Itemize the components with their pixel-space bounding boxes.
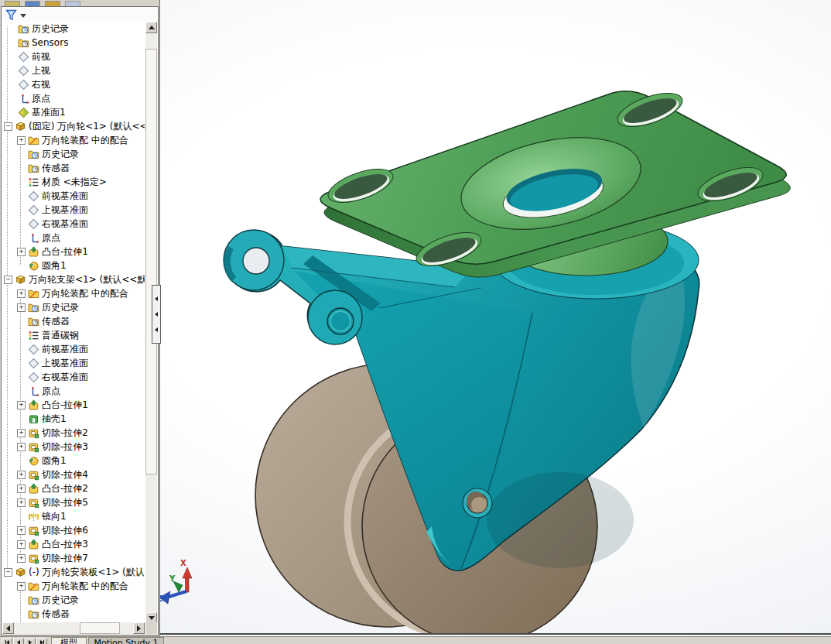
tab-model[interactable]: 模型 [51, 637, 87, 644]
tree-item[interactable]: +万向轮装配 中的配合 [2, 579, 145, 593]
propertymanager-tab-icon[interactable] [25, 1, 40, 6]
first-study-button[interactable] [2, 638, 12, 644]
tree-item-label: 凸台-拉伸1 [42, 245, 88, 259]
tree-item[interactable]: 前视基准面 [2, 189, 145, 203]
tree-item[interactable]: 圆角1 [2, 454, 145, 468]
horizontal-scroll-thumb[interactable] [80, 622, 120, 634]
tree-item[interactable]: 原点 [2, 384, 145, 398]
dimxpert-tab-icon[interactable] [65, 1, 80, 6]
expand-toggle[interactable]: + [17, 582, 26, 591]
tree-item[interactable]: 基准面1 [2, 105, 145, 119]
tree-item[interactable]: 历史记录 [2, 147, 145, 161]
manager-tab-strip[interactable] [0, 0, 159, 6]
scroll-left-button[interactable] [2, 622, 14, 634]
expand-toggle[interactable]: + [17, 401, 26, 409]
tree-item[interactable]: +切除-拉伸3 [2, 440, 145, 454]
expand-toggle[interactable]: + [17, 303, 26, 312]
expand-toggle[interactable]: + [17, 485, 26, 493]
tree-item[interactable]: 前视基准面 [2, 342, 145, 356]
tree-item[interactable]: +凸台-拉伸1 [2, 398, 145, 412]
tree-item[interactable]: 传感器 [2, 314, 145, 328]
tree-item-label: Sensors [32, 36, 68, 50]
tree-item[interactable]: 右视 [2, 77, 145, 91]
expand-toggle[interactable]: + [17, 526, 26, 535]
panel-splitter-handle[interactable] [152, 285, 161, 344]
tree-item[interactable]: +历史记录 [2, 300, 145, 314]
plane-icon [28, 218, 39, 230]
tree-item-label: 历史记录 [42, 147, 79, 161]
expand-toggle[interactable]: + [17, 554, 26, 563]
sensors-icon [28, 608, 39, 620]
collapse-arrow-icon [155, 296, 158, 301]
tree-item[interactable]: 前视 [2, 50, 145, 63]
tree-item[interactable]: +切除-拉伸7 [2, 551, 145, 565]
tree-item-label: 右视 [32, 77, 50, 91]
tree-item[interactable]: +万向轮装配 中的配合 [2, 286, 145, 300]
next-study-button[interactable] [25, 638, 36, 644]
tree-item-component[interactable]: −(固定) 万向轮<1> (默认<< [2, 119, 145, 133]
expand-toggle[interactable]: + [17, 540, 26, 549]
expand-toggle[interactable]: + [17, 248, 26, 256]
tree-item-label: 原点 [32, 91, 50, 105]
vertical-scroll-thumb[interactable] [145, 49, 157, 474]
tree-item[interactable]: +切除-拉伸2 [2, 426, 145, 440]
expand-toggle[interactable]: + [17, 136, 26, 145]
mounting-plate[interactable] [320, 87, 790, 278]
tree-item[interactable]: 传感器 [2, 161, 145, 175]
tree-item[interactable]: +切除-拉伸5 [2, 495, 145, 509]
tree-item[interactable]: +切除-拉伸4 [2, 468, 145, 481]
expand-toggle[interactable]: + [17, 498, 26, 507]
tree-item-component[interactable]: −万向轮支架<1> (默认<<默 [2, 272, 145, 286]
tree-item[interactable]: +凸台-拉伸3 [2, 537, 145, 551]
configurationmanager-tab-icon[interactable] [45, 1, 60, 6]
tree-item[interactable]: 材质 <未指定> [2, 175, 145, 189]
plane-icon [28, 204, 39, 216]
tree-item[interactable]: 普通碳钢 [2, 328, 145, 342]
featuremanager-tab-icon[interactable] [5, 1, 20, 6]
tree-item[interactable]: 上视基准面 [2, 356, 145, 370]
tree-item-label: 右视基准面 [42, 370, 88, 384]
tree-item-component[interactable]: −(-) 万向轮安装板<1> (默认 [2, 565, 145, 579]
tree-item[interactable]: +万向轮装配 中的配合 [2, 133, 145, 147]
filter-dropdown-caret[interactable] [20, 14, 26, 18]
scroll-up-button[interactable] [145, 22, 157, 33]
filter-funnel-icon[interactable] [5, 9, 18, 21]
tree-item[interactable]: 传感器 [2, 607, 145, 621]
tree-item[interactable]: +凸台-拉伸1 [2, 245, 145, 259]
tree-item[interactable]: 原点 [2, 231, 145, 245]
tree-item[interactable]: 历史记录 [2, 22, 145, 36]
tree-item[interactable]: 镜向1 [2, 509, 145, 523]
scroll-right-button[interactable] [133, 622, 145, 634]
tree-item-label: 普通碳钢 [42, 328, 79, 342]
tree-item[interactable]: 历史记录 [2, 593, 145, 607]
tree-item-label: 抽壳1 [42, 412, 67, 426]
tree-item-label: 切除-拉伸6 [42, 523, 88, 537]
tree-item[interactable]: 上视 [2, 63, 145, 77]
expand-toggle[interactable]: + [17, 429, 26, 437]
tree-horizontal-scrollbar[interactable] [2, 622, 145, 634]
collapse-toggle[interactable]: − [4, 122, 12, 131]
plane-icon [28, 358, 39, 369]
tree-item[interactable]: Sensors [2, 36, 145, 50]
collapse-toggle[interactable]: − [4, 568, 12, 577]
tree-item[interactable]: +切除-拉伸6 [2, 523, 145, 537]
expand-toggle[interactable]: + [17, 443, 26, 451]
expand-toggle[interactable]: + [17, 471, 26, 479]
tree-item[interactable]: 右视基准面 [2, 370, 145, 384]
boss-icon [28, 539, 39, 550]
last-study-button[interactable] [36, 638, 47, 644]
collapse-toggle[interactable]: − [4, 276, 12, 284]
history-icon [28, 302, 39, 313]
feature-tree[interactable]: 历史记录Sensors前视上视右视原点基准面1−(固定) 万向轮<1> (默认<… [2, 22, 145, 624]
tree-item-label: 圆角1 [42, 259, 67, 272]
tree-item[interactable]: 原点 [2, 91, 145, 105]
tree-item[interactable]: 抽壳1 [2, 412, 145, 426]
tree-item[interactable]: 右视基准面 [2, 217, 145, 231]
tree-item[interactable]: 圆角1 [2, 259, 145, 272]
tab-motion-study[interactable]: Motion Study 1 [88, 637, 164, 644]
previous-study-button[interactable] [13, 638, 24, 644]
expand-toggle[interactable]: + [17, 289, 26, 298]
tree-item[interactable]: 上视基准面 [2, 203, 145, 217]
boss-icon [28, 483, 39, 495]
tree-item[interactable]: +凸台-拉伸2 [2, 481, 145, 495]
